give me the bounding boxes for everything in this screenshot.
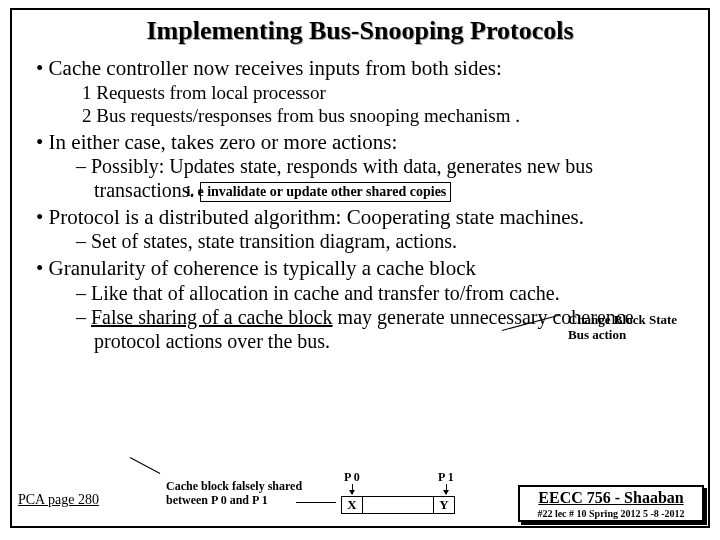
bullet-2: In either case, takes zero or more actio… (22, 130, 698, 155)
diagram-leader (296, 502, 336, 503)
bullet-4-sub-2-underlined: False sharing of a cache block (91, 306, 333, 328)
footer-meta: #22 lec # 10 Spring 2012 5 -8 -2012 (520, 508, 702, 519)
box-x: X (341, 496, 363, 514)
annotation-bus-action: Bus action (568, 328, 626, 342)
footer-course: EECC 756 - Shaaban (520, 489, 702, 507)
false-sharing-diagram: Cache block falsely shared between P 0 a… (166, 472, 526, 520)
bullet-2-sub-1: Possibly: Updates state, responds with d… (22, 155, 698, 202)
bullet-list: Cache controller now receives inputs fro… (22, 56, 698, 353)
bullet-3-sub-1: Set of states, state transition diagram,… (22, 230, 698, 254)
arrow-p0 (352, 484, 353, 494)
leader-line (130, 457, 160, 474)
label-p0: P 0 (344, 470, 360, 485)
slide-title: Implementing Bus-Snooping Protocols (22, 16, 698, 46)
diagram-caption-2: between P 0 and P 1 (166, 494, 268, 507)
arrow-p1 (446, 484, 447, 494)
annotation-change-state: Change Block State (568, 313, 677, 327)
box-y: Y (433, 496, 455, 514)
slide-frame: Implementing Bus-Snooping Protocols Cach… (10, 8, 710, 528)
footer-page-ref: PCA page 280 (18, 492, 99, 508)
bullet-4: Granularity of coherence is typically a … (22, 256, 698, 281)
bullet-1-sub-1: 1 Requests from local processor (22, 82, 698, 104)
inline-note-box: i. e invalidate or update other shared c… (200, 182, 452, 203)
bullet-1-sub-2: 2 Bus requests/responses from bus snoopi… (22, 105, 698, 127)
bullet-4-sub-1: Like that of allocation in cache and tra… (22, 282, 698, 306)
bullet-3: Protocol is a distributed algorithm: Coo… (22, 205, 698, 230)
bullet-1: Cache controller now receives inputs fro… (22, 56, 698, 81)
diagram-caption-1: Cache block falsely shared (166, 480, 302, 493)
box-gap (363, 496, 433, 514)
footer-course-box: EECC 756 - Shaaban #22 lec # 10 Spring 2… (518, 485, 704, 522)
label-p1: P 1 (438, 470, 454, 485)
